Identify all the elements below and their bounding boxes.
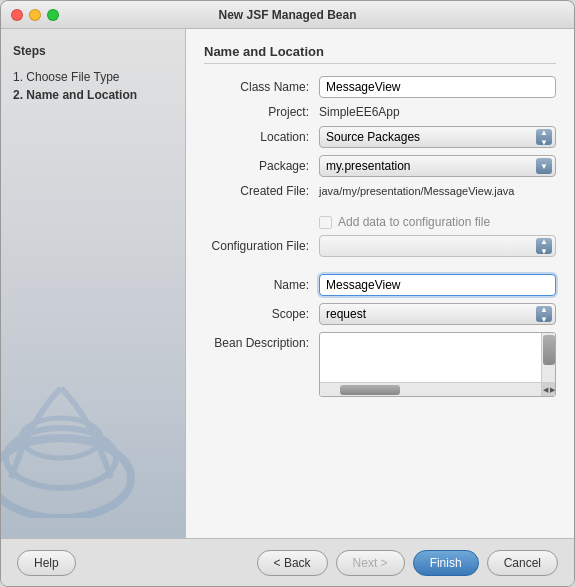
created-file-row: Created File: java/my/presentation/Messa…	[204, 184, 556, 198]
content-area: Steps 1. Choose File Type 2. Name and Lo…	[1, 29, 574, 538]
scope-select[interactable]: request session application none	[319, 303, 556, 325]
name-label: Name:	[204, 278, 319, 292]
class-name-row: Class Name:	[204, 76, 556, 98]
back-button[interactable]: < Back	[257, 550, 328, 576]
cancel-button[interactable]: Cancel	[487, 550, 558, 576]
config-checkbox[interactable]	[319, 216, 332, 229]
class-name-input[interactable]	[319, 76, 556, 98]
name-row: Name:	[204, 274, 556, 296]
scroll-corner: ◀ ▶	[541, 382, 555, 396]
scope-select-wrapper: request session application none ▲▼	[319, 303, 556, 325]
step-1-number: 1.	[13, 70, 23, 84]
horizontal-scrollbar[interactable]	[320, 382, 541, 396]
footer: Help < Back Next > Finish Cancel	[1, 538, 574, 586]
config-checkbox-row: Add data to configuration file	[204, 215, 556, 229]
config-file-select[interactable]	[319, 235, 556, 257]
location-select-wrapper: Source Packages Test Packages ▲▼	[319, 126, 556, 148]
horizontal-scrollbar-thumb	[340, 385, 400, 395]
main-panel: Name and Location Class Name: Project: S…	[186, 29, 574, 538]
steps-list: 1. Choose File Type 2. Name and Location	[13, 68, 173, 104]
window: New JSF Managed Bean Steps 1. Choose Fil…	[0, 0, 575, 587]
class-name-label: Class Name:	[204, 80, 319, 94]
separator2	[204, 264, 556, 274]
project-value: SimpleEE6App	[319, 105, 400, 119]
name-input[interactable]	[319, 274, 556, 296]
location-row: Location: Source Packages Test Packages …	[204, 126, 556, 148]
step-1-label: Choose File Type	[26, 70, 119, 84]
help-button[interactable]: Help	[17, 550, 76, 576]
scroll-left-arrow[interactable]: ◀	[543, 386, 548, 394]
traffic-lights	[11, 9, 59, 21]
package-select[interactable]: my.presentation	[319, 155, 556, 177]
sidebar: Steps 1. Choose File Type 2. Name and Lo…	[1, 29, 186, 538]
sidebar-watermark	[1, 358, 161, 518]
created-file-value: java/my/presentation/MessageView.java	[319, 185, 514, 197]
step-2-label: Name and Location	[26, 88, 137, 102]
scope-row: Scope: request session application none …	[204, 303, 556, 325]
location-label: Location:	[204, 130, 319, 144]
package-label: Package:	[204, 159, 319, 173]
window-title: New JSF Managed Bean	[218, 8, 356, 22]
bean-desc-label: Bean Description:	[204, 332, 319, 350]
scroll-right-arrow[interactable]: ▶	[550, 386, 555, 394]
next-button[interactable]: Next >	[336, 550, 405, 576]
titlebar: New JSF Managed Bean	[1, 1, 574, 29]
separator	[204, 205, 556, 215]
step-2-number: 2.	[13, 88, 23, 102]
vertical-scrollbar[interactable]	[541, 333, 555, 382]
step-2: 2. Name and Location	[13, 86, 173, 104]
maximize-button[interactable]	[47, 9, 59, 21]
config-file-row: Configuration File: ▲▼	[204, 235, 556, 257]
config-file-label: Configuration File:	[204, 239, 319, 253]
minimize-button[interactable]	[29, 9, 41, 21]
footer-left: Help	[17, 550, 76, 576]
scope-label: Scope:	[204, 307, 319, 321]
bean-desc-row: Bean Description: ◀ ▶	[204, 332, 556, 397]
steps-heading: Steps	[13, 44, 173, 58]
location-select[interactable]: Source Packages Test Packages	[319, 126, 556, 148]
package-select-wrapper: my.presentation ▼	[319, 155, 556, 177]
section-title: Name and Location	[204, 44, 556, 64]
config-checkbox-label: Add data to configuration file	[338, 215, 490, 229]
bean-desc-wrapper: ◀ ▶	[319, 332, 556, 397]
finish-button[interactable]: Finish	[413, 550, 479, 576]
config-file-select-wrapper: ▲▼	[319, 235, 556, 257]
footer-right: < Back Next > Finish Cancel	[257, 550, 558, 576]
step-1: 1. Choose File Type	[13, 68, 173, 86]
vertical-scrollbar-thumb	[543, 335, 555, 365]
project-row: Project: SimpleEE6App	[204, 105, 556, 119]
project-label: Project:	[204, 105, 319, 119]
created-file-label: Created File:	[204, 184, 319, 198]
close-button[interactable]	[11, 9, 23, 21]
package-row: Package: my.presentation ▼	[204, 155, 556, 177]
